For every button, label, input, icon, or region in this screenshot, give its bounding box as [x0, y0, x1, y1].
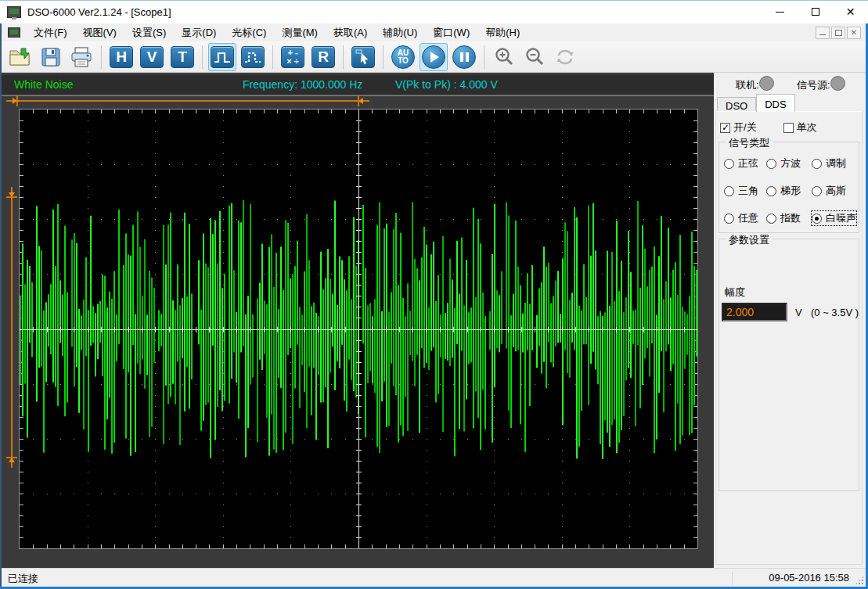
open-button[interactable] [6, 43, 34, 71]
menu-view[interactable]: 视图(V) [81, 24, 119, 41]
parameter-settings-group: 参数设置 [719, 239, 859, 491]
print-button[interactable] [67, 43, 95, 71]
amplitude-range: (0 ~ 3.5V ) [811, 307, 859, 318]
amplitude-label: 幅度 [725, 286, 745, 300]
radio-arbitrary[interactable]: 任意 [724, 211, 758, 225]
radio-square[interactable]: 方波 [766, 156, 801, 171]
tab-dso[interactable]: DSO [717, 97, 756, 112]
window-title: DSO-6000 Ver2.1.24 - [Scope1] [27, 6, 171, 18]
menu-help[interactable]: 帮助(H) [483, 24, 522, 41]
single-checkbox[interactable]: 单次 [783, 120, 817, 135]
vpp-readout: V(Pk to Pk) : 4.000 V [395, 78, 498, 91]
menu-cursor[interactable]: 光标(C) [229, 24, 268, 41]
toolbar-separator [484, 45, 484, 69]
folder-open-icon [9, 46, 32, 68]
radio-gaussian[interactable]: 高斯 [812, 184, 846, 198]
reference-button[interactable]: R [309, 43, 337, 71]
maximize-icon [812, 8, 819, 16]
scope-graticule [19, 109, 698, 549]
radio-white-noise[interactable]: 白噪声 [812, 211, 856, 225]
pulse-dashed-button[interactable] [239, 43, 267, 71]
mdi-restore-icon [835, 30, 842, 36]
pause-icon [452, 45, 476, 69]
scope-header-bar: White Noise Frequency: 1000.000 Hz V(Pk … [2, 75, 714, 94]
single-checkbox-label: 单次 [797, 120, 817, 135]
scope-separator-line [2, 95, 714, 96]
cursor-measure-button[interactable] [349, 43, 377, 71]
zoom-out-button[interactable] [520, 43, 549, 71]
waveform-canvas [20, 110, 697, 548]
refresh-arrows-icon [554, 46, 576, 68]
resize-grip[interactable] [855, 576, 864, 585]
save-icon [40, 46, 62, 68]
zoom-out-icon [524, 46, 546, 68]
menu-acquire[interactable]: 获取(A) [331, 24, 369, 41]
zoom-in-button[interactable] [490, 43, 518, 71]
minimize-button[interactable] [762, 0, 798, 23]
toolbar: H V T + - × ÷ R AUTO [2, 41, 866, 73]
radio-modulation[interactable]: 调制 [812, 156, 846, 171]
tab-strip: DSO DDS [717, 94, 795, 112]
mdi-close-button[interactable]: ✕ [847, 27, 861, 39]
app-icon [7, 6, 21, 18]
pulse-wave-icon [211, 46, 234, 68]
vertical-button[interactable]: V [138, 43, 166, 71]
trigger-button[interactable]: T [168, 43, 196, 71]
play-icon [422, 45, 445, 69]
signal-source-indicator [830, 76, 845, 91]
toolbar-separator [383, 45, 384, 69]
toolbar-separator [202, 45, 203, 69]
menu-window[interactable]: 窗口(W) [430, 24, 472, 41]
amplitude-input[interactable] [722, 303, 787, 321]
title-bar: DSO-6000 Ver2.1.24 - [Scope1] ✕ [0, 0, 868, 23]
mdi-minimize-button[interactable] [816, 27, 830, 39]
math-button[interactable]: + - × ÷ [279, 43, 307, 71]
tab-dds[interactable]: DDS [756, 94, 794, 112]
print-icon [70, 46, 93, 68]
auto-setup-button[interactable]: AUTO [389, 43, 417, 71]
parameter-settings-group-title: 参数设置 [726, 233, 773, 247]
radio-triangle[interactable]: 三角 [724, 184, 758, 198]
radio-trapezoid[interactable]: 梯形 [766, 184, 801, 198]
mdi-document-icon[interactable] [8, 27, 20, 38]
radio-exponential[interactable]: 指数 [766, 211, 801, 225]
connection-status: 已连接 [8, 572, 38, 586]
link-status-indicator [759, 76, 774, 91]
menu-display[interactable]: 显示(D) [179, 24, 218, 41]
menu-file[interactable]: 文件(F) [31, 24, 70, 41]
amplitude-unit: V [795, 307, 802, 318]
toolbar-separator [272, 45, 273, 69]
pause-button[interactable] [450, 43, 478, 71]
reference-icon: R [312, 46, 335, 68]
radio-sine[interactable]: 正弦 [724, 156, 758, 171]
toolbar-separator [101, 45, 102, 69]
window-border-top [0, 0, 868, 1]
mdi-restore-button[interactable] [831, 27, 845, 39]
signal-name-readout: White Noise [14, 78, 73, 91]
link-status-label: 联机: [736, 78, 759, 92]
signal-type-group: 信号类型 正弦 方波 调制 三角 梯形 高斯 任意 指数 白噪声 [719, 142, 859, 233]
menu-measure[interactable]: 测量(M) [279, 24, 320, 41]
vertical-icon: V [140, 46, 164, 68]
checkbox-checked-icon [720, 123, 730, 133]
close-button[interactable]: ✕ [833, 0, 868, 23]
run-button[interactable] [420, 43, 448, 71]
cursor-pointer-icon [351, 46, 375, 68]
toolbar-separator [343, 45, 344, 69]
menu-utility[interactable]: 辅助(U) [380, 24, 420, 41]
checkbox-unchecked-icon [783, 123, 794, 133]
switch-checkbox[interactable]: 开/关 [720, 120, 757, 135]
refresh-button[interactable] [551, 43, 579, 71]
mdi-minimize-icon [819, 34, 826, 35]
scope-display-area: White Noise Frequency: 1000.000 Hz V(Pk … [2, 73, 714, 568]
window-border-left [0, 23, 2, 589]
horizontal-button[interactable]: H [107, 43, 135, 71]
horizontal-icon: H [110, 46, 133, 68]
menu-settings[interactable]: 设置(S) [130, 24, 168, 41]
pulse-normal-button[interactable] [208, 43, 236, 71]
status-bar: 已连接 09-05-2016 15:58 [2, 568, 866, 587]
save-button[interactable] [37, 43, 65, 71]
auto-icon: AUTO [391, 45, 415, 69]
switch-checkbox-label: 开/关 [733, 120, 757, 135]
maximize-button[interactable] [798, 0, 833, 23]
